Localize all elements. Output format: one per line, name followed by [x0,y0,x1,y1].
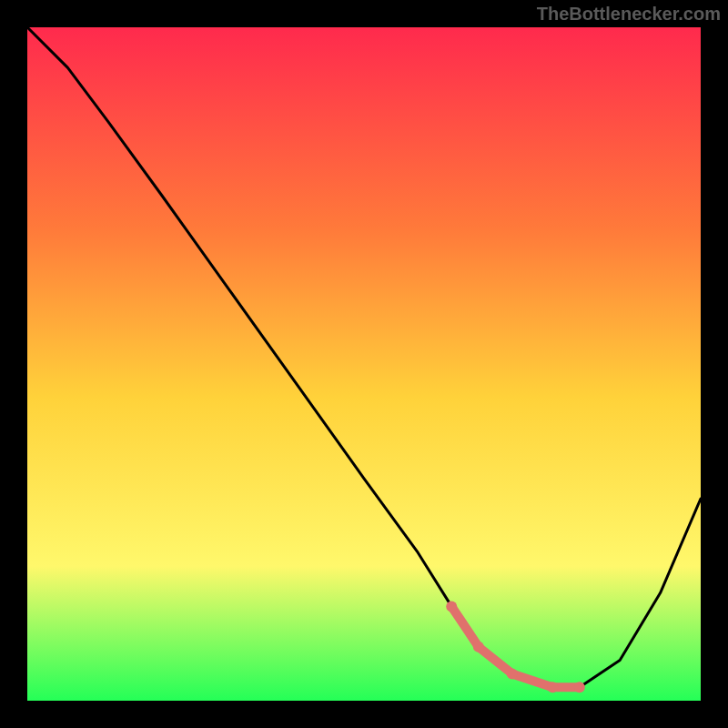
highlight-dot [473,642,484,652]
highlight-dot [547,682,558,693]
chart-svg [27,27,701,701]
chart-background [27,27,701,701]
highlight-dot [446,601,457,612]
chart-area [27,27,701,701]
highlight-dot [507,668,518,679]
highlight-dot [574,682,585,693]
attribution-text: TheBottlenecker.com [537,4,721,25]
